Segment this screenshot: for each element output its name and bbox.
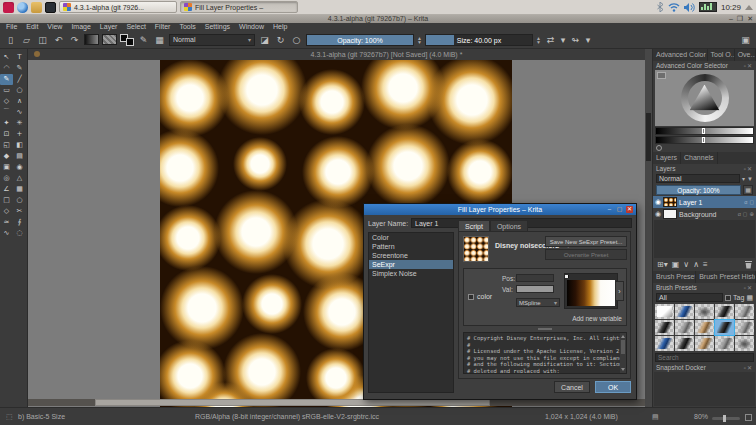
- tool-button[interactable]: ✎: [0, 74, 13, 85]
- tool-button[interactable]: ↖: [0, 52, 13, 63]
- tool-button[interactable]: ◠: [0, 63, 13, 74]
- tool-button[interactable]: ∮: [13, 217, 26, 228]
- brush-preset[interactable]: [695, 304, 714, 319]
- save-new-preset-button[interactable]: Save New SeExpr Preset...: [545, 236, 627, 247]
- wifi-icon[interactable]: [668, 3, 680, 12]
- preserve-alpha-icon[interactable]: ○: [290, 35, 303, 45]
- brush-preset[interactable]: [735, 304, 754, 319]
- layer-blend-mode-select[interactable]: Normal: [656, 174, 740, 183]
- bluetooth-icon[interactable]: [656, 2, 664, 12]
- brush-preset[interactable]: [735, 336, 754, 351]
- ok-button[interactable]: OK: [595, 381, 631, 393]
- docker-header-buttons[interactable]: ▫✕: [744, 62, 753, 69]
- raspberry-menu-icon[interactable]: [3, 2, 14, 13]
- wrap-dropdown-icon[interactable]: ▾: [585, 35, 591, 45]
- view-mode-icon[interactable]: ▦: [746, 294, 753, 302]
- gradient-strip[interactable]: [567, 280, 615, 306]
- mirror-dropdown-icon[interactable]: ▾: [560, 35, 566, 45]
- opacity-spinner[interactable]: ▲▼: [417, 36, 422, 44]
- menu-item[interactable]: Layer: [96, 23, 122, 31]
- docker-tab[interactable]: Brush Presets: [653, 271, 696, 283]
- docker-tab[interactable]: Channels: [681, 152, 718, 164]
- tool-button[interactable]: ◆: [0, 151, 13, 162]
- vscrollbar-thumb[interactable]: [646, 113, 651, 161]
- generator-list-item[interactable]: Screentone: [369, 251, 453, 260]
- tool-button[interactable]: □: [0, 195, 13, 206]
- alpha-icon[interactable]: α: [738, 211, 741, 217]
- tool-button[interactable]: ∿: [13, 107, 26, 118]
- move-layer-down-button[interactable]: ∨: [683, 260, 689, 269]
- brush-search[interactable]: [655, 353, 754, 362]
- properties-icon[interactable]: ⊕: [749, 211, 754, 217]
- taskbar-window-krita[interactable]: 4.3.1-alpha (git 7926...: [59, 1, 177, 13]
- menu-item[interactable]: File: [2, 23, 21, 31]
- current-brush-label[interactable]: b) Basic-5 Size: [18, 413, 65, 420]
- layer-row[interactable]: ◉ Background α◻⊕: [653, 208, 756, 220]
- script-scrollbar-thumb[interactable]: [621, 340, 625, 354]
- dialog-minimize-button[interactable]: –: [606, 206, 613, 213]
- tool-button[interactable]: ⊡: [0, 129, 13, 140]
- layer-options-button[interactable]: ▦: [743, 185, 753, 195]
- menu-item[interactable]: Settings: [201, 23, 234, 31]
- open-document-icon[interactable]: ▱: [20, 35, 33, 45]
- tool-button[interactable]: ✦: [0, 118, 13, 129]
- dialog-titlebar[interactable]: Fill Layer Properties – Krita – ▢ ✕: [364, 204, 636, 215]
- layer-properties-button[interactable]: ≡: [703, 260, 708, 269]
- tab-script[interactable]: Script: [458, 220, 490, 231]
- selection-mode-icon[interactable]: ⬚: [6, 413, 13, 421]
- interpolation-select[interactable]: MSpline▾: [516, 298, 560, 307]
- size-slider[interactable]: Size: 40.00 px: [425, 34, 533, 46]
- lock-icon[interactable]: ◻: [743, 211, 748, 217]
- cpu-monitor[interactable]: [699, 2, 717, 12]
- blend-mode-select[interactable]: Normal▾: [169, 34, 255, 46]
- tool-button[interactable]: ○: [13, 85, 26, 96]
- alpha-icon[interactable]: α: [744, 199, 747, 205]
- edit-brush-settings-icon[interactable]: ✎: [137, 35, 150, 45]
- tool-button[interactable]: +: [13, 129, 26, 140]
- window-titlebar[interactable]: 4.3.1-alpha (git 79267b7) – Krita – ❐ ✕: [0, 15, 756, 23]
- menu-item[interactable]: Window: [235, 23, 268, 31]
- gradient-preview[interactable]: [564, 273, 618, 309]
- generator-list-item[interactable]: Color: [369, 233, 453, 242]
- canvas-hscrollbar[interactable]: [28, 399, 645, 406]
- tool-button[interactable]: ≈: [0, 217, 13, 228]
- visibility-eye-icon[interactable]: ◉: [655, 210, 661, 218]
- foreground-background-colors[interactable]: [120, 34, 134, 46]
- color-history-icon[interactable]: [656, 145, 662, 151]
- cancel-button[interactable]: Cancel: [554, 381, 590, 393]
- tool-button[interactable]: △: [13, 173, 26, 184]
- duplicate-layer-button[interactable]: ▣: [672, 260, 680, 269]
- zoom-level-label[interactable]: 80%: [694, 413, 708, 420]
- lock-icon[interactable]: ◻: [749, 199, 754, 205]
- undo-icon[interactable]: ↶: [52, 35, 65, 45]
- gradient-stop-marker[interactable]: [565, 275, 568, 278]
- brush-preset[interactable]: [655, 336, 674, 351]
- brush-preset[interactable]: [715, 320, 734, 335]
- brush-search-input[interactable]: [656, 354, 753, 361]
- zoom-slider-handle[interactable]: [723, 415, 726, 422]
- pos-field[interactable]: [516, 274, 554, 282]
- dialog-close-button[interactable]: ✕: [626, 206, 633, 213]
- wrap-around-icon[interactable]: ↬: [569, 35, 582, 45]
- menu-item[interactable]: Filter: [151, 23, 175, 31]
- mirror-icon[interactable]: ⇄: [544, 35, 557, 45]
- reload-preset-icon[interactable]: ↻: [274, 35, 287, 45]
- generator-list-item[interactable]: Simplex Noise: [369, 269, 453, 278]
- tool-button[interactable]: ◇: [0, 96, 13, 107]
- menu-item[interactable]: Select: [122, 23, 149, 31]
- script-text-area[interactable]: # Copyright Disney Enterprises, Inc. All…: [463, 332, 627, 374]
- move-layer-up-button[interactable]: ∧: [693, 260, 699, 269]
- menu-item[interactable]: Edit: [22, 23, 42, 31]
- tool-button[interactable]: ⌒: [0, 107, 13, 118]
- splitter-handle[interactable]: [538, 328, 552, 330]
- tool-button[interactable]: ✂: [13, 206, 26, 217]
- docker-header-buttons[interactable]: ▫✕: [744, 165, 753, 172]
- opacity-slider[interactable]: Opacity: 100%: [306, 34, 414, 46]
- window-close-button[interactable]: ✕: [747, 15, 753, 23]
- workspace-chooser-icon[interactable]: ▣: [739, 35, 752, 45]
- file-manager-icon[interactable]: [31, 2, 42, 13]
- brush-preset[interactable]: [695, 320, 714, 335]
- color-slider-value[interactable]: [655, 136, 754, 144]
- tool-button[interactable]: ╱: [13, 74, 26, 85]
- hscrollbar-thumb[interactable]: [95, 399, 490, 406]
